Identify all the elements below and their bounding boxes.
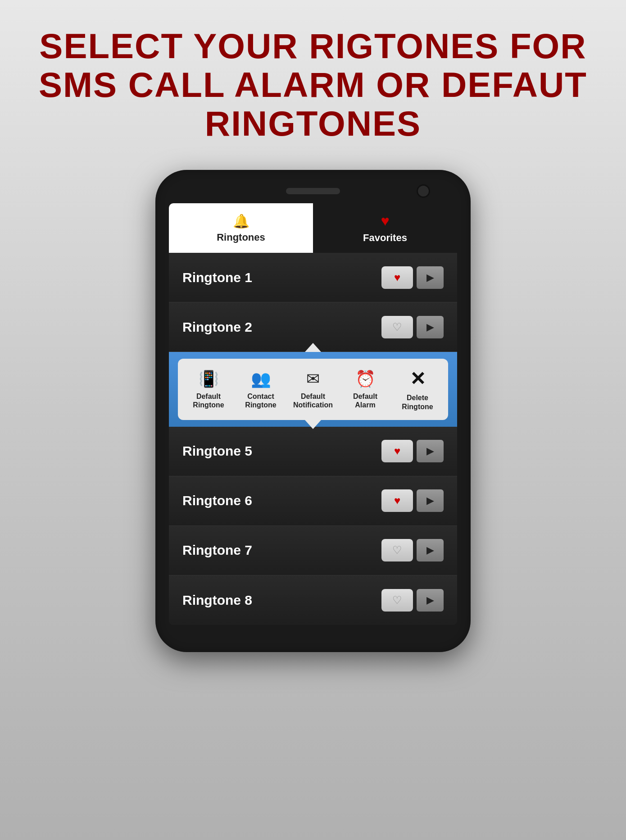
context-menu-item-default-alarm[interactable]: ⏰ DefaultAlarm	[339, 370, 391, 409]
phone-speaker	[286, 188, 340, 194]
context-menu-item-delete-ringtone[interactable]: ✕ DeleteRingtone	[391, 368, 444, 411]
play-icon: ▶	[426, 495, 434, 507]
play-button[interactable]: ▶	[417, 539, 444, 562]
tab-ringtones[interactable]: 🔔 Ringtones	[169, 203, 313, 253]
envelope-icon: ✉	[306, 370, 320, 388]
ringtone-row[interactable]: Ringtone 5 ♥ ▶	[169, 427, 457, 476]
context-menu-label: DefaultRingtone	[193, 392, 224, 409]
context-menu-arrow-up	[305, 343, 321, 352]
play-button[interactable]: ▶	[417, 589, 444, 612]
phone-mockup: 🔔 Ringtones ♥ Favorites Ringtone 1 ♥	[155, 170, 471, 652]
context-menu-label: DefaultNotification	[293, 392, 333, 409]
play-icon: ▶	[426, 272, 434, 283]
play-icon: ▶	[426, 594, 434, 606]
heart-filled-icon: ♥	[394, 445, 400, 457]
context-menu-item-default-notification[interactable]: ✉ DefaultNotification	[287, 370, 339, 409]
phone-screen: 🔔 Ringtones ♥ Favorites Ringtone 1 ♥	[169, 203, 457, 625]
favorite-button[interactable]: ♡	[381, 316, 413, 338]
favorites-tab-label: Favorites	[363, 232, 407, 244]
context-menu-item-default-ringtone[interactable]: 📳 DefaultRingtone	[182, 370, 235, 409]
heart-filled-icon: ♥	[394, 494, 400, 507]
context-menu-arrow-down	[305, 420, 321, 429]
context-menu-label: DeleteRingtone	[402, 393, 433, 411]
play-icon: ▶	[426, 544, 434, 556]
ringtone-name: Ringtone 5	[182, 443, 252, 459]
ringtone-controls: ♥ ▶	[381, 489, 444, 512]
heart-empty-icon: ♡	[392, 544, 402, 557]
play-button[interactable]: ▶	[417, 316, 444, 338]
ringtone-name: Ringtone 6	[182, 493, 252, 508]
ringtone-controls: ♡ ▶	[381, 316, 444, 338]
ringtone-name: Ringtone 1	[182, 270, 252, 285]
page-title: SELECT YOUR RIGTONES FOR SMS CALL ALARM …	[36, 27, 590, 143]
context-menu-label: DefaultAlarm	[353, 392, 377, 409]
ringtone-controls: ♡ ▶	[381, 539, 444, 562]
context-menu-item-contact-ringtone[interactable]: 👥 ContactRingtone	[235, 370, 287, 409]
ringtone-row[interactable]: Ringtone 8 ♡ ▶	[169, 575, 457, 625]
phone-vibrate-icon: 📳	[199, 370, 219, 388]
favorites-tab-icon: ♥	[381, 213, 390, 229]
ringtone-row[interactable]: Ringtone 1 ♥ ▶	[169, 253, 457, 302]
context-menu: 📳 DefaultRingtone 👥 ContactRingtone ✉ De…	[178, 359, 448, 420]
favorite-button[interactable]: ♡	[381, 589, 413, 612]
ringtone-name: Ringtone 2	[182, 320, 252, 335]
ringtone-controls: ♥ ▶	[381, 266, 444, 289]
ringtone-name: Ringtone 8	[182, 593, 252, 608]
ringtones-tab-icon: 🔔	[233, 213, 249, 229]
play-button[interactable]: ▶	[417, 440, 444, 462]
phone-top	[169, 188, 457, 194]
delete-x-icon: ✕	[410, 368, 426, 390]
ringtone-list: Ringtone 1 ♥ ▶ Ringtone 2	[169, 253, 457, 625]
heart-empty-icon: ♡	[392, 321, 402, 333]
favorite-button[interactable]: ♡	[381, 539, 413, 562]
ringtone-controls: ♡ ▶	[381, 589, 444, 612]
contacts-icon: 👥	[251, 370, 271, 388]
tab-favorites[interactable]: ♥ Favorites	[313, 203, 457, 253]
phone-container: 🔔 Ringtones ♥ Favorites Ringtone 1 ♥	[0, 161, 626, 652]
ringtones-tab-label: Ringtones	[217, 232, 265, 243]
tab-bar: 🔔 Ringtones ♥ Favorites	[169, 203, 457, 253]
favorite-button[interactable]: ♥	[381, 440, 413, 462]
play-icon: ▶	[426, 445, 434, 457]
play-button[interactable]: ▶	[417, 266, 444, 289]
ringtone-row[interactable]: Ringtone 7 ♡ ▶	[169, 526, 457, 575]
ringtone-controls: ♥ ▶	[381, 440, 444, 462]
heart-empty-icon: ♡	[392, 594, 402, 607]
favorite-button[interactable]: ♥	[381, 266, 413, 289]
ringtone-row[interactable]: Ringtone 6 ♥ ▶	[169, 476, 457, 526]
play-icon: ▶	[426, 321, 434, 333]
context-menu-label: ContactRingtone	[245, 392, 276, 409]
ringtone-name: Ringtone 7	[182, 543, 252, 558]
context-menu-row: 📳 DefaultRingtone 👥 ContactRingtone ✉ De…	[169, 352, 457, 426]
play-button[interactable]: ▶	[417, 489, 444, 512]
heart-filled-icon: ♥	[394, 271, 400, 284]
favorite-button[interactable]: ♥	[381, 489, 413, 512]
phone-camera	[417, 184, 430, 198]
alarm-icon: ⏰	[355, 370, 376, 388]
page-header: SELECT YOUR RIGTONES FOR SMS CALL ALARM …	[0, 0, 626, 161]
